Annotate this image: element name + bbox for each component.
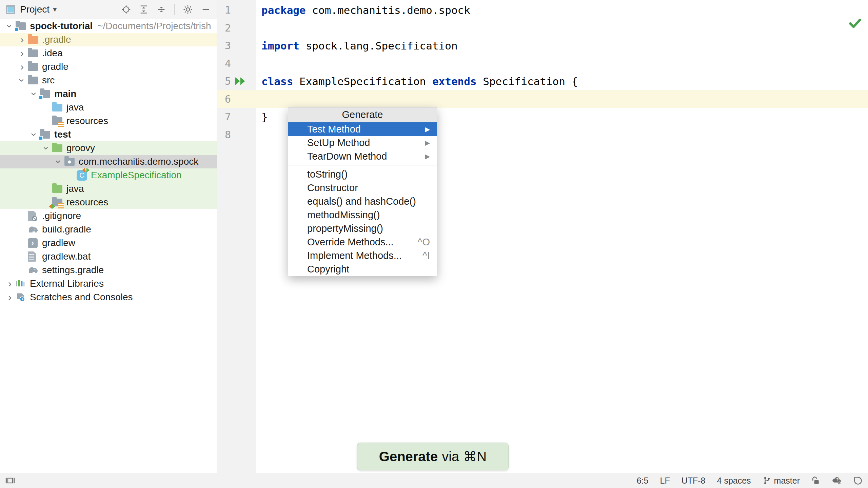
chevron-right-icon[interactable]: › bbox=[16, 48, 28, 58]
folder-green-icon bbox=[52, 185, 66, 193]
generate-popup-items: Test Method▶SetUp Method▶TearDown Method… bbox=[288, 122, 437, 276]
menu-item-copyright[interactable]: Copyright bbox=[288, 262, 437, 276]
code-line-3[interactable]: import spock.lang.Specification bbox=[261, 37, 458, 55]
run-test-icon[interactable] bbox=[234, 77, 246, 87]
tree-item-resources[interactable]: ›resources bbox=[0, 196, 217, 209]
settings-icon[interactable] bbox=[183, 4, 193, 15]
tree-item-label: .gitignore bbox=[42, 210, 81, 221]
expand-all-icon[interactable] bbox=[139, 5, 149, 14]
tool-window-title[interactable]: Project bbox=[20, 4, 50, 15]
collapse-all-icon[interactable] bbox=[157, 5, 166, 14]
code-line-7[interactable]: } bbox=[261, 108, 268, 126]
menu-item-teardown-method[interactable]: TearDown Method▶ bbox=[288, 149, 437, 163]
tree-item-label: Scratches and Consoles bbox=[30, 292, 133, 303]
folder-icon bbox=[28, 77, 42, 84]
tree-item-idea[interactable]: ›.idea bbox=[0, 46, 217, 60]
git-branch-icon bbox=[763, 476, 771, 485]
chevron-down-icon[interactable]: › bbox=[17, 75, 27, 86]
chevron-right-icon[interactable]: › bbox=[4, 279, 16, 289]
project-path: ~/Documents/Projects/trish bbox=[97, 21, 211, 32]
tree-item-scratches-and-consoles[interactable]: ›Scratches and Consoles bbox=[0, 290, 217, 304]
generate-popup: Generate Test Method▶SetUp Method▶TearDo… bbox=[288, 107, 437, 276]
tree-item-test[interactable]: ›test bbox=[0, 128, 217, 141]
toolbar-divider bbox=[174, 4, 175, 15]
line-separator[interactable]: LF bbox=[660, 476, 670, 486]
menu-item-equals-and-hashcode[interactable]: equals() and hashCode() bbox=[288, 195, 437, 208]
scratches-icon bbox=[16, 292, 30, 302]
chevron-down-icon[interactable]: › bbox=[29, 88, 39, 100]
indent-setting[interactable]: 4 spaces bbox=[717, 476, 751, 486]
generate-shortcut-hint: Generate via ⌘N bbox=[357, 443, 509, 470]
locate-icon[interactable] bbox=[121, 5, 131, 14]
tree-item-main[interactable]: ›main bbox=[0, 87, 217, 101]
tree-item-src[interactable]: ›src bbox=[0, 74, 217, 87]
line-number[interactable]: 4 bbox=[217, 55, 231, 73]
tree-item-gradle[interactable]: ›.gradle bbox=[0, 33, 217, 46]
code-line-5[interactable]: class ExampleSpecification extends Speci… bbox=[261, 72, 578, 90]
tool-windows-icon[interactable] bbox=[5, 476, 15, 485]
menu-item-constructor[interactable]: Constructor bbox=[288, 181, 437, 195]
current-line-highlight bbox=[217, 90, 868, 108]
code-line-1[interactable]: package com.mechanitis.demo.spock bbox=[261, 1, 470, 19]
menu-item-setup-method[interactable]: SetUp Method▶ bbox=[288, 136, 437, 149]
tree-item-settings-gradle[interactable]: ›settings.gradle bbox=[0, 263, 217, 277]
tree-item-java[interactable]: ›java bbox=[0, 101, 217, 114]
menu-item-methodmissing[interactable]: methodMissing() bbox=[288, 208, 437, 222]
unlock-icon[interactable] bbox=[811, 476, 820, 485]
chevron-down-icon[interactable]: › bbox=[54, 156, 64, 167]
menu-item-tostring[interactable]: toString() bbox=[288, 167, 437, 181]
folder-icon bbox=[28, 63, 42, 71]
svg-text:?: ? bbox=[836, 477, 839, 482]
menu-item-implement-methods[interactable]: Implement Methods...^I bbox=[288, 249, 437, 262]
tree-item-label: settings.gradle bbox=[42, 265, 104, 276]
menu-item-label: Implement Methods... bbox=[307, 250, 402, 261]
tree-item-gradlew[interactable]: ››gradlew bbox=[0, 236, 217, 250]
tree-item-examplespecification[interactable]: ›CExampleSpecification bbox=[0, 168, 217, 182]
chevron-right-icon[interactable]: › bbox=[4, 292, 16, 302]
tree-item-label: External Libraries bbox=[30, 278, 104, 289]
feedback-bubble-icon[interactable] bbox=[853, 476, 863, 485]
menu-item-label: Constructor bbox=[307, 182, 358, 194]
folder-green-icon bbox=[52, 144, 66, 152]
tree-item-groovy[interactable]: ›groovy bbox=[0, 141, 217, 155]
menu-item-override-methods[interactable]: Override Methods...^O bbox=[288, 235, 437, 249]
tree-item-java[interactable]: ›java bbox=[0, 182, 217, 196]
tree-item-gradlew-bat[interactable]: ›gradlew.bat bbox=[0, 250, 217, 263]
caret-position[interactable]: 6:5 bbox=[637, 476, 649, 486]
line-number[interactable]: 5 bbox=[217, 72, 231, 90]
hide-icon[interactable] bbox=[201, 5, 211, 14]
chevron-down-icon[interactable]: › bbox=[41, 142, 52, 154]
line-number[interactable]: 8 bbox=[217, 126, 231, 144]
tree-item-external-libraries[interactable]: ›External Libraries bbox=[0, 277, 217, 290]
menu-item-propertymissing[interactable]: propertyMissing() bbox=[288, 222, 437, 235]
folder-resources-icon bbox=[52, 117, 66, 125]
tree-item-build-gradle[interactable]: ›build.gradle bbox=[0, 223, 217, 236]
tree-item-spock-tutorial[interactable]: ›spock-tutorial~/Documents/Projects/tris… bbox=[0, 19, 217, 33]
help-cloud-icon[interactable]: ? bbox=[832, 475, 842, 486]
inspections-ok-check-icon[interactable] bbox=[849, 18, 862, 30]
git-branch-widget[interactable]: master bbox=[763, 476, 800, 486]
ide-window: Project ▾ bbox=[0, 0, 868, 488]
line-number[interactable]: 1 bbox=[217, 1, 231, 19]
line-number[interactable]: 3 bbox=[217, 37, 231, 55]
tree-item-label: resources bbox=[66, 197, 108, 208]
chevron-down-icon[interactable]: ▾ bbox=[53, 5, 57, 14]
submenu-arrow-icon: ▶ bbox=[425, 152, 430, 160]
tree-item-label: java bbox=[66, 183, 84, 194]
menu-item-test-method[interactable]: Test Method▶ bbox=[288, 122, 437, 136]
tree-item-gradle[interactable]: ›gradle bbox=[0, 60, 217, 74]
menu-item-label: propertyMissing() bbox=[307, 223, 383, 234]
line-number[interactable]: 2 bbox=[217, 19, 231, 37]
chevron-right-icon[interactable]: › bbox=[16, 35, 28, 45]
chevron-down-icon[interactable]: › bbox=[29, 129, 39, 140]
line-number[interactable]: 7 bbox=[217, 108, 231, 126]
line-number[interactable]: 6 bbox=[217, 90, 231, 108]
chevron-down-icon[interactable]: › bbox=[5, 20, 15, 32]
chevron-right-icon[interactable]: › bbox=[16, 62, 28, 72]
tree-item-com-mechanitis-demo-spock[interactable]: ›com.mechanitis.demo.spock bbox=[0, 155, 217, 168]
tree-item-label: gradlew bbox=[42, 238, 75, 248]
tree-item-label: .idea bbox=[42, 48, 63, 59]
tree-item-resources[interactable]: ›resources bbox=[0, 114, 217, 128]
file-encoding[interactable]: UTF-8 bbox=[682, 476, 706, 486]
tree-item-gitignore[interactable]: ›.gitignore bbox=[0, 209, 217, 223]
